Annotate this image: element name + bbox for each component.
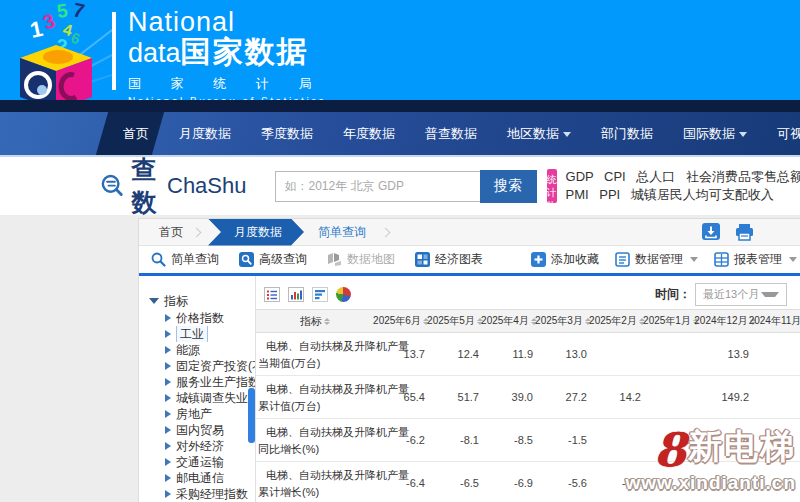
column-header[interactable]: 2025年3月 — [536, 310, 590, 332]
breadcrumb: 首页 月度数据 简单查询 — [139, 219, 800, 246]
nav-row: 首页 月度数据 季度数据 年度数据 普查数据 地区数据 部门数据 国际数据 可视… — [0, 112, 800, 155]
economic-charts-button[interactable]: 经济图表 — [415, 251, 483, 268]
nav-item-visualization[interactable]: 可视化产品 — [762, 112, 800, 155]
time-range-select[interactable]: 最近13个月 — [695, 283, 787, 306]
cell — [644, 419, 698, 461]
print-icon[interactable] — [734, 223, 755, 241]
tree-item-real-estate[interactable]: 房地产 — [139, 406, 255, 422]
search-filled-icon — [239, 252, 254, 267]
cell: -5.4 — [698, 419, 752, 461]
triangle-right-icon — [165, 490, 171, 498]
hot-words-line1[interactable]: GDP CPI 总人口 社会消费品零售总额 粮食产量 — [566, 168, 800, 186]
data-manage-dropdown[interactable]: 数据管理 — [615, 251, 698, 268]
ranked-bars-view-icon[interactable] — [312, 287, 328, 302]
sidebar-scrollbar-thumb[interactable] — [248, 388, 255, 443]
triangle-right-icon — [165, 314, 171, 322]
column-header[interactable]: 2024年11月 — [752, 310, 800, 332]
column-header[interactable]: 2025年6月 — [374, 310, 428, 332]
tree-item-price-index[interactable]: 价格指数 — [139, 310, 255, 326]
document-lines-icon — [615, 252, 630, 267]
chevron-down-icon — [789, 257, 797, 262]
tree-item-domestic-trade[interactable]: 国内贸易 — [139, 422, 255, 438]
tree-item-industry-selected[interactable]: 工业 — [139, 326, 255, 342]
column-header[interactable]: 2025年2月 — [590, 310, 644, 332]
nav-item-quarterly[interactable]: 季度数据 — [246, 112, 328, 155]
tree-item-pmi[interactable]: 采购经理指数 — [139, 486, 255, 502]
nav-item-census[interactable]: 普查数据 — [410, 112, 492, 155]
advanced-query-button[interactable]: 高级查询 — [239, 251, 307, 268]
nav-item-regional[interactable]: 地区数据 — [492, 112, 586, 155]
time-range-bar: 时间： 最近13个月 — [655, 283, 800, 306]
tree-item-services-index[interactable]: 服务业生产指数 — [139, 374, 255, 390]
column-header[interactable]: 2025年1月 — [644, 310, 698, 332]
bar-chart-view-icon[interactable] — [288, 287, 304, 302]
triangle-down-icon — [149, 298, 159, 304]
search-button[interactable]: 搜索 — [480, 170, 537, 203]
column-header[interactable]: 2024年12月 — [698, 310, 752, 332]
cell — [752, 419, 800, 461]
cell: -5.6 — [536, 462, 590, 502]
chevron-down-icon — [739, 132, 747, 137]
search-outline-icon — [151, 252, 166, 267]
data-map-button[interactable]: 数据地图 — [327, 251, 395, 268]
report-manage-dropdown[interactable]: 报表管理 — [714, 251, 797, 268]
nav-item-international[interactable]: 国际数据 — [668, 112, 762, 155]
breadcrumb-monthly-active[interactable]: 月度数据 — [208, 219, 304, 246]
cell — [590, 419, 644, 461]
triangle-right-icon — [165, 474, 171, 482]
cell: 14.2 — [590, 376, 644, 418]
nav-item-monthly[interactable]: 月度数据 — [164, 112, 246, 155]
nav-item-annual[interactable]: 年度数据 — [328, 112, 410, 155]
cell: -8.1 — [428, 419, 482, 461]
cell: -6.2 — [374, 419, 428, 461]
search-input[interactable] — [275, 171, 480, 202]
tree-item-foreign-economy[interactable]: 对外经济 — [139, 438, 255, 454]
tree-item-post-telecom[interactable]: 邮电通信 — [139, 470, 255, 486]
brand-divider — [112, 12, 116, 90]
cell — [752, 333, 800, 375]
tree-item-transportation[interactable]: 交通运输 — [139, 454, 255, 470]
chevron-down-icon — [761, 292, 779, 297]
column-header-indicator[interactable]: 指标 — [256, 310, 374, 332]
cell — [590, 333, 644, 375]
hot-words-line2[interactable]: PMI PPI 城镇居民人均可支配收入 — [566, 186, 800, 204]
nav-item-department[interactable]: 部门数据 — [586, 112, 668, 155]
brand-title-en2: data — [128, 38, 181, 68]
cell — [698, 462, 752, 502]
tree-item-energy[interactable]: 能源 — [139, 342, 255, 358]
cell: -7.2 — [590, 462, 644, 502]
cell: -6.5 — [428, 462, 482, 502]
breadcrumb-home[interactable]: 首页 — [151, 224, 191, 241]
tree-root-indicators[interactable]: 指标 — [139, 292, 255, 310]
add-favorite-button[interactable]: 添加收藏 — [531, 251, 599, 268]
pie-chart-view-icon[interactable] — [336, 287, 351, 302]
chevron-down-icon — [690, 257, 698, 262]
cell — [644, 376, 698, 418]
brand-block: National data国家数据 国 家 统 计 局 National Bur… — [112, 8, 326, 100]
page: 1 2 3 4 5 6 7 National data国家数据 国 — [0, 0, 800, 502]
view-toolbar: 时间： 最近13个月 — [256, 276, 800, 306]
breadcrumb-simple-query[interactable]: 简单查询 — [304, 224, 380, 241]
column-header[interactable]: 2025年5月 — [428, 310, 482, 332]
row-label: 电梯、自动扶梯及升降机产量 同比增长(%) — [256, 419, 374, 461]
cell: -8.5 — [482, 419, 536, 461]
tree-item-fixed-asset-investment[interactable]: 固定资产投资(不含农户) — [139, 358, 255, 374]
map-icon — [327, 252, 342, 267]
chart-grid-icon — [415, 252, 430, 267]
column-header[interactable]: 2025年4月 — [482, 310, 536, 332]
time-label: 时间： — [655, 286, 691, 303]
triangle-right-icon — [165, 362, 171, 370]
simple-query-button[interactable]: 简单查询 — [151, 251, 219, 268]
hot-words: GDP CPI 总人口 社会消费品零售总额 粮食产量 PMI PPI 城镇居民人… — [566, 168, 800, 204]
list-view-icon[interactable] — [264, 287, 280, 302]
chevron-right-icon — [381, 227, 391, 237]
workspace: 指标 价格指数 工业 能源 固定资产投资(不含农户) 服务业生产指数 城镇调查失… — [139, 276, 800, 502]
chashu-brand[interactable]: 查数ChaShu — [100, 153, 247, 219]
brand-title-en1: National — [128, 8, 326, 36]
download-icon[interactable] — [701, 223, 721, 241]
query-toolbar: 简单查询 高级查询 数据地图 — [139, 246, 800, 276]
chashu-title-en: ChaShu — [167, 173, 247, 199]
tree-item-urban-unemployment[interactable]: 城镇调查失业率 — [139, 390, 255, 406]
cell: -1.5 — [536, 419, 590, 461]
nav-item-home[interactable]: 首页 — [108, 112, 164, 155]
